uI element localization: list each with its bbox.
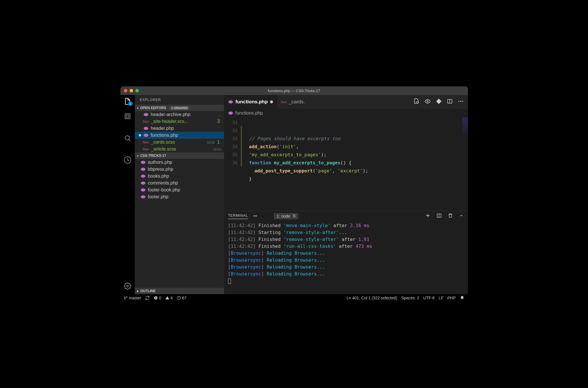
svg-point-34 xyxy=(179,297,179,297)
code-fn: add_post_type_support xyxy=(255,168,313,174)
sass-file-icon: Sass xyxy=(143,140,149,145)
project-file-item[interactable]: comments.php xyxy=(135,180,224,187)
notifications-bell-icon[interactable] xyxy=(460,296,464,300)
php-file-icon xyxy=(141,194,146,199)
file-name: _cards.scss xyxy=(151,140,204,145)
new-terminal-icon[interactable] xyxy=(425,213,430,219)
code-brace: } xyxy=(249,176,252,182)
encoding-setting[interactable]: UTF-8 xyxy=(423,296,435,300)
php-file-icon xyxy=(141,160,146,165)
tabs-container: functions.phpSass_cards. xyxy=(224,95,309,109)
open-editor-item[interactable]: Sass_site-header.scs...3 xyxy=(135,118,224,125)
scm-icon[interactable] xyxy=(124,134,132,142)
explorer-badge: 1 xyxy=(128,101,133,106)
preview-icon[interactable] xyxy=(424,98,431,105)
open-editor-item[interactable]: header.php xyxy=(135,125,224,132)
terminal-tab[interactable]: TERMINAL xyxy=(228,213,248,219)
more-actions-icon[interactable] xyxy=(458,98,464,106)
maximize-window-button[interactable] xyxy=(135,89,139,92)
file-name: footer.php xyxy=(148,194,222,199)
file-name: authors.php xyxy=(148,160,222,165)
open-editors-header[interactable]: ▾ OPEN EDITORS 1 UNSAVED xyxy=(135,105,224,111)
warnings-count[interactable]: 4 xyxy=(165,296,173,300)
info-count[interactable]: 67 xyxy=(177,296,187,300)
modified-dot-icon xyxy=(139,134,141,136)
minimize-window-button[interactable] xyxy=(130,89,133,92)
svg-point-23 xyxy=(228,112,233,115)
sync-icon[interactable] xyxy=(145,296,150,300)
svg-point-9 xyxy=(141,161,145,164)
chevron-down-icon: ▾ xyxy=(137,154,139,157)
open-editor-item[interactable]: functions.php xyxy=(135,132,224,139)
errors-count[interactable]: 0 xyxy=(154,296,161,300)
project-file-item[interactable]: bbpress.php xyxy=(135,166,224,173)
outline-header[interactable]: ▸ OUTLINE xyxy=(135,288,224,294)
kill-terminal-icon[interactable] xyxy=(448,213,453,219)
split-editor-icon[interactable] xyxy=(447,98,453,105)
breadcrumb[interactable]: functions.php xyxy=(224,109,468,117)
project-file-item[interactable]: footer-book.php xyxy=(135,187,224,193)
open-editor-item[interactable]: header-archive.php... xyxy=(135,111,224,118)
code-comment: // Pages should have excerpts too xyxy=(249,136,340,141)
tab-label: functions.php xyxy=(236,99,268,105)
open-editors-list: header-archive.php...Sass_site-header.sc… xyxy=(135,111,224,153)
open-editors-label: OPEN EDITORS xyxy=(140,106,166,110)
sass-file-icon: Sass xyxy=(143,147,149,152)
editor-tab[interactable]: Sass_cards. xyxy=(277,95,309,109)
tab-label: _cards. xyxy=(289,99,305,105)
editor-tab[interactable]: functions.php xyxy=(224,95,277,109)
cursor-position[interactable]: Ln 401, Col 1 (322 selected) xyxy=(347,296,397,300)
code-str: 'excerpt' xyxy=(338,168,363,174)
file-path: scss xyxy=(214,147,222,151)
php-file-icon xyxy=(143,126,149,131)
collapse-panel-icon[interactable] xyxy=(459,214,464,218)
svg-point-2 xyxy=(125,136,129,140)
code-ident: my_add_excerpts_to_pages xyxy=(274,160,340,166)
code-content[interactable]: // Pages should have excerpts too add_ac… xyxy=(241,117,462,211)
tabbar: functions.phpSass_cards. xyxy=(224,95,468,109)
close-window-button[interactable] xyxy=(124,89,127,92)
modified-dot-icon xyxy=(270,100,273,103)
file-path: ... xyxy=(218,112,222,117)
project-header[interactable]: ▾ CSS-TRICKS-17 xyxy=(135,153,224,159)
code-editor[interactable]: 313233343536 // Pages should have excerp… xyxy=(224,117,468,211)
indent-setting[interactable]: Spaces: 2 xyxy=(401,296,419,300)
php-file-icon xyxy=(141,174,146,179)
terminal-selector[interactable]: 1: node ⇅ xyxy=(274,213,298,219)
language-mode[interactable]: PHP xyxy=(447,296,456,300)
outline-label: OUTLINE xyxy=(141,289,156,293)
line-number: 35 xyxy=(224,151,238,159)
file-name: _article.scss xyxy=(151,147,210,152)
project-file-item[interactable]: books.php xyxy=(135,173,224,180)
line-number: 31 xyxy=(224,119,238,127)
explorer-icon[interactable]: 1 xyxy=(124,97,132,105)
project-file-item[interactable]: footer.php xyxy=(135,193,224,200)
diff-icon[interactable] xyxy=(436,98,442,106)
search-icon[interactable] xyxy=(124,112,132,120)
project-file-item[interactable]: authors.php xyxy=(135,159,224,166)
tabbar-actions xyxy=(409,95,468,109)
file-name: functions.php xyxy=(151,133,222,138)
svg-point-21 xyxy=(460,101,461,102)
terminal-more-icon[interactable]: ••• xyxy=(253,214,257,218)
open-editor-item[interactable]: Sass_cards.scssscss1 xyxy=(135,139,224,146)
debug-icon[interactable] xyxy=(124,156,132,164)
code-str: 'my_add_excerpts_to_pages' xyxy=(249,152,321,157)
svg-point-20 xyxy=(458,101,459,102)
fold-indicator xyxy=(241,126,242,166)
info-value: 67 xyxy=(182,296,187,300)
svg-point-12 xyxy=(141,182,145,185)
file-name: header.php xyxy=(151,126,222,131)
code-str: 'page' xyxy=(316,168,332,174)
terminal-cursor xyxy=(228,279,231,284)
settings-gear-icon[interactable] xyxy=(124,282,132,290)
open-editor-item[interactable]: Sass_article.scssscss xyxy=(135,146,224,153)
terminal-body[interactable]: [11:42:42] Finished 'move-main-style' af… xyxy=(224,221,468,294)
split-terminal-icon[interactable] xyxy=(436,213,442,219)
svg-line-3 xyxy=(129,139,130,141)
eol-setting[interactable]: LF xyxy=(439,296,443,300)
php-file-icon xyxy=(141,180,146,186)
git-branch[interactable]: master xyxy=(124,296,141,300)
minimap[interactable] xyxy=(462,117,468,211)
open-changes-icon[interactable] xyxy=(413,98,420,106)
